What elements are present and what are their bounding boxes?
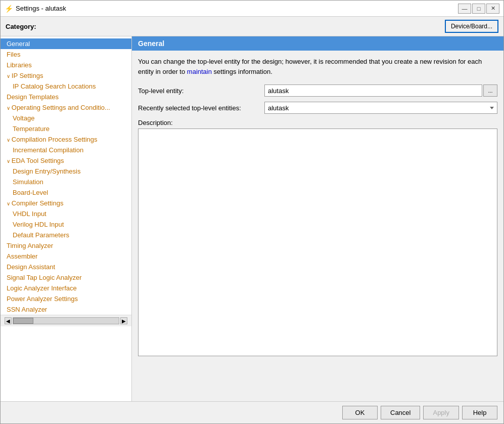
scroll-left-arrow[interactable]: ◀ [5,317,12,324]
sidebar: General Files Libraries IP Settings IP C… [1,36,132,401]
sidebar-item-ip-catalog[interactable]: IP Catalog Search Locations [1,81,131,92]
sidebar-item-power-analyzer[interactable]: Power Analyzer Settings [1,293,131,304]
sidebar-item-operating-settings[interactable]: Operating Settings and Conditio... [1,102,131,113]
recently-selected-label: Recently selected top-level entities: [138,104,264,112]
cancel-button[interactable]: Cancel [381,406,420,419]
sidebar-item-files[interactable]: Files [1,49,131,60]
header-bar: Category: Device/Board... [1,17,503,36]
category-label: Category: [6,23,36,30]
sidebar-item-vhdl-input[interactable]: VHDL Input [1,208,131,219]
ok-button[interactable]: OK [342,406,378,419]
info-text-line1: You can change the top-level entity for … [138,58,482,75]
recently-selected-row: Recently selected top-level entities: al… [138,102,497,114]
footer-bar: OK Cancel Apply Help [1,401,503,423]
sidebar-item-design-entry[interactable]: Design Entry/Synthesis [1,166,131,177]
scroll-track[interactable] [13,317,119,324]
sidebar-item-verilog-input[interactable]: Verilog HDL Input [1,219,131,230]
help-button[interactable]: Help [462,406,497,419]
sidebar-item-assembler[interactable]: Assembler [1,251,131,262]
sidebar-item-general[interactable]: General [1,38,131,49]
sidebar-item-design-assistant[interactable]: Design Assistant [1,262,131,272]
sidebar-item-voltage[interactable]: Voltage [1,113,131,123]
recently-selected-group: alutask [264,102,497,114]
sidebar-item-compiler-settings[interactable]: Compiler Settings [1,198,131,208]
sidebar-item-temperature[interactable]: Temperature [1,123,131,134]
highlight-maintain: maintain [187,68,212,75]
top-level-input[interactable] [264,84,482,97]
sidebar-item-compilation-settings[interactable]: Compilation Process Settings [1,134,131,145]
main-content: Category: Device/Board... General Files … [1,17,503,423]
app-icon: ⚡ [5,5,13,13]
sidebar-item-libraries[interactable]: Libraries [1,60,131,70]
sidebar-item-ip-settings[interactable]: IP Settings [1,70,131,81]
top-level-label: Top-level entity: [138,87,264,95]
title-bar: ⚡ Settings - alutask — □ ✕ [1,1,503,17]
content-panel: General You can change the top-level ent… [132,36,503,401]
title-controls: — □ ✕ [458,4,499,14]
sidebar-item-design-templates[interactable]: Design Templates [1,92,131,102]
settings-window: ⚡ Settings - alutask — □ ✕ Category: Dev… [0,0,504,424]
sidebar-item-default-params[interactable]: Default Parameters [1,230,131,240]
panel-body: You can change the top-level entity for … [132,51,503,401]
sidebar-item-simulation[interactable]: Simulation [1,177,131,187]
info-text: You can change the top-level entity for … [138,57,497,76]
close-button[interactable]: ✕ [486,4,499,14]
sidebar-item-signal-tap[interactable]: Signal Tap Logic Analyzer [1,272,131,283]
browse-button[interactable]: ... [483,84,497,97]
sidebar-item-timing-analyzer[interactable]: Timing Analyzer [1,240,131,251]
apply-button[interactable]: Apply [423,406,459,419]
description-label: Description: [138,119,497,126]
device-board-button[interactable]: Device/Board... [445,20,498,33]
panel-header: General [132,36,503,51]
scroll-thumb[interactable] [13,318,33,324]
maximize-button[interactable]: □ [472,4,485,14]
body-area: General Files Libraries IP Settings IP C… [1,36,503,401]
window-title: Settings - alutask [16,5,458,12]
minimize-button[interactable]: — [458,4,471,14]
sidebar-scrollbar: ◀ ▶ [1,315,131,326]
sidebar-item-board-level[interactable]: Board-Level [1,187,131,198]
top-level-entity-row: Top-level entity: ... [138,84,497,97]
scroll-right-arrow[interactable]: ▶ [120,317,127,324]
sidebar-item-eda-tool-settings[interactable]: EDA Tool Settings [1,155,131,166]
description-textarea[interactable] [138,129,497,356]
sidebar-item-ssn-analyzer[interactable]: SSN Analyzer [1,304,131,315]
top-level-input-group: ... [264,84,497,97]
sidebar-item-logic-analyzer[interactable]: Logic Analyzer Interface [1,283,131,293]
recently-selected-dropdown[interactable]: alutask [264,102,497,114]
sidebar-item-incremental-compilation[interactable]: Incremental Compilation [1,145,131,155]
